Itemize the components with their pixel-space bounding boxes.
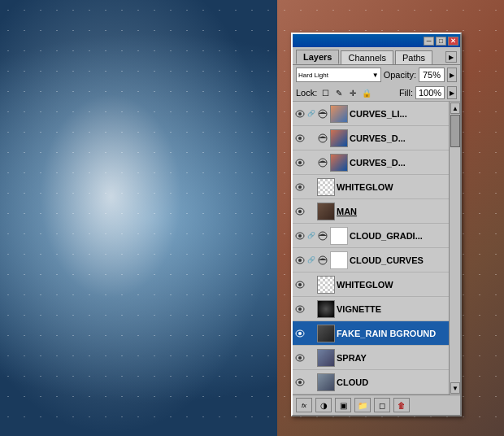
- thumb-curves_d2: [330, 154, 348, 172]
- eye-icon-whiteglow1[interactable]: [294, 181, 306, 193]
- adj-icon-curves_d1: [317, 133, 328, 144]
- adjustment-layer-button[interactable]: ◑: [315, 398, 332, 412]
- layer-name-vignette: VIGNETTE: [337, 304, 447, 314]
- layer-row-vignette[interactable]: VIGNETTE: [293, 297, 460, 321]
- link-icon-spray: [307, 352, 315, 364]
- layer-row-man[interactable]: MAN: [293, 199, 460, 224]
- tab-bar: Layers Channels Paths ▶: [293, 47, 460, 65]
- layer-name-whiteglow1: WHITEGLOW: [337, 182, 447, 192]
- svg-point-4: [298, 137, 302, 140]
- lock-position-button[interactable]: ✛: [347, 87, 358, 98]
- layer-row-spray[interactable]: SPRAY: [293, 346, 460, 370]
- layer-name-curves_d2: CURVES_D...: [350, 158, 447, 168]
- link-icon-curves_li: 🔗: [307, 108, 315, 120]
- svg-point-22: [298, 307, 302, 311]
- blend-opacity-row: Hard Light ▼ Opacity: 75% ▶: [293, 65, 460, 85]
- svg-point-24: [298, 332, 302, 335]
- thumb-vignette: [317, 300, 335, 318]
- tab-paths[interactable]: Paths: [395, 50, 432, 64]
- adj-icon-cloud_curves: [317, 255, 328, 266]
- minimize-button[interactable]: ─: [424, 37, 434, 46]
- lock-all-button[interactable]: 🔒: [361, 87, 372, 98]
- svg-point-12: [298, 210, 302, 213]
- adj-icon-curves_li: [317, 108, 328, 120]
- blend-mode-arrow: ▼: [372, 72, 379, 79]
- layer-row-cloud_gradi[interactable]: 🔗CLOUD_GRADI...: [293, 224, 460, 248]
- lock-transparent-button[interactable]: ☐: [319, 87, 331, 98]
- link-icon-vignette: [307, 303, 315, 315]
- panel-menu-button[interactable]: ▶: [445, 51, 457, 63]
- layer-row-cloud_curves[interactable]: 🔗CLOUD_CURVES: [293, 248, 460, 272]
- svg-point-1: [298, 112, 302, 116]
- layer-row-whiteglow2[interactable]: WHITEGLOW: [293, 272, 460, 297]
- layer-row-whiteglow1[interactable]: WHITEGLOW: [293, 175, 460, 199]
- thumb-spray: [317, 349, 335, 367]
- delete-layer-button[interactable]: 🗑: [393, 398, 410, 412]
- eye-icon-curves_d2[interactable]: [294, 157, 306, 168]
- eye-icon-cloud[interactable]: [294, 377, 306, 388]
- eye-icon-curves_li[interactable]: [294, 108, 306, 120]
- thumb-curves_li: [330, 105, 348, 123]
- link-icon-whiteglow2: [307, 279, 315, 290]
- eye-icon-whiteglow2[interactable]: [294, 279, 306, 290]
- svg-point-26: [298, 356, 302, 360]
- eye-icon-cloud_curves[interactable]: [294, 255, 306, 266]
- opacity-input[interactable]: 75%: [419, 68, 445, 82]
- eye-icon-vignette[interactable]: [294, 303, 306, 315]
- layer-row-curves_li[interactable]: 🔗CURVES_LI...: [293, 102, 460, 126]
- fill-input[interactable]: 100%: [415, 86, 445, 99]
- tab-channels[interactable]: Channels: [341, 50, 393, 64]
- lock-image-button[interactable]: ✎: [333, 87, 345, 98]
- layer-row-fake_rain[interactable]: FAKE_RAIN BGROUND: [293, 321, 460, 346]
- thumb-fake_rain: [317, 325, 335, 342]
- thumb-curves_d1: [330, 129, 348, 147]
- blend-mode-select[interactable]: Hard Light ▼: [296, 68, 381, 82]
- thumb-whiteglow1: [317, 178, 335, 196]
- link-icon-whiteglow1: [307, 181, 315, 193]
- adj-icon-curves_d2: [317, 157, 328, 168]
- layers-list: 🔗CURVES_LI...CURVES_D...CURVES_D...WHITE…: [293, 102, 460, 395]
- bottom-toolbar: fx ◑ ▣ 📁 ◻ 🗑: [293, 395, 460, 415]
- layer-name-man: MAN: [337, 207, 447, 216]
- thumb-man: [317, 203, 335, 220]
- eye-icon-fake_rain[interactable]: [294, 328, 306, 339]
- fill-arrow[interactable]: ▶: [447, 86, 457, 99]
- layer-row-curves_d1[interactable]: CURVES_D...: [293, 126, 460, 150]
- svg-point-14: [298, 234, 302, 238]
- svg-point-28: [298, 381, 302, 384]
- adj-icon-cloud_gradi: [317, 230, 328, 242]
- link-icon-curves_d2: [307, 157, 315, 168]
- title-bar: ─ □ ✕: [293, 34, 460, 47]
- opacity-arrow[interactable]: ▶: [447, 68, 457, 82]
- layer-row-cloud[interactable]: CLOUD: [293, 370, 460, 395]
- eye-icon-cloud_gradi[interactable]: [294, 230, 306, 242]
- layer-mask-button[interactable]: ▣: [335, 398, 351, 412]
- layer-effects-button[interactable]: fx: [296, 398, 312, 412]
- layer-name-cloud_gradi: CLOUD_GRADI...: [350, 231, 447, 241]
- eye-icon-curves_d1[interactable]: [294, 133, 306, 144]
- new-layer-button[interactable]: ◻: [374, 398, 390, 412]
- layer-name-fake_rain: FAKE_RAIN BGROUND: [337, 329, 447, 338]
- layer-row-curves_d2[interactable]: CURVES_D...: [293, 150, 460, 175]
- scrollbar-thumb[interactable]: [450, 115, 460, 147]
- layers-scroll-area: 🔗CURVES_LI...CURVES_D...CURVES_D...WHITE…: [293, 102, 460, 395]
- title-bar-buttons: ─ □ ✕: [424, 37, 458, 46]
- scrollbar[interactable]: ▲ ▼: [449, 102, 460, 395]
- new-group-button[interactable]: 📁: [354, 398, 371, 412]
- thumb-whiteglow2: [317, 276, 335, 294]
- tab-layers[interactable]: Layers: [296, 50, 339, 64]
- maximize-button[interactable]: □: [436, 37, 446, 46]
- layer-name-whiteglow2: WHITEGLOW: [337, 280, 447, 290]
- svg-point-17: [298, 259, 302, 262]
- link-icon-cloud_curves: 🔗: [307, 255, 315, 266]
- eye-icon-spray[interactable]: [294, 352, 306, 364]
- lock-label: Lock:: [296, 88, 317, 98]
- svg-point-10: [298, 185, 302, 189]
- link-icon-cloud: [307, 377, 315, 388]
- eye-icon-man[interactable]: [294, 206, 306, 217]
- thumb-cloud_curves: [330, 251, 348, 269]
- fill-label: Fill:: [399, 88, 413, 98]
- layer-name-spray: SPRAY: [337, 353, 447, 363]
- link-icon-cloud_gradi: 🔗: [307, 230, 315, 242]
- close-button[interactable]: ✕: [448, 37, 458, 46]
